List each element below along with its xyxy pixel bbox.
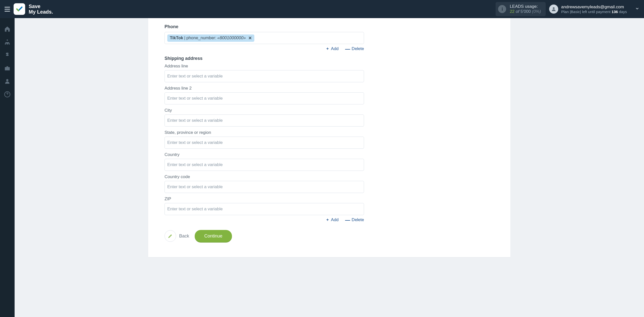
avatar-icon [549,5,558,14]
svg-point-0 [553,7,554,9]
form-card: Phone TikTok | phone_number: «8001000000… [148,18,510,257]
back-label: Back [179,233,189,239]
sidebar-nav [0,18,15,317]
brand-line1: Save [29,4,53,9]
dollar-icon[interactable] [4,52,11,58]
svg-point-1 [6,79,9,81]
leads-of: of [516,9,520,14]
address-line2-label: Address line 2 [165,86,494,91]
back-button[interactable]: Back [165,230,189,242]
state-input[interactable]: Enter text or select a variable [165,137,364,149]
leads-label: LEADS usage: [510,4,541,9]
chip-remove-icon[interactable]: ✕ [248,35,252,41]
account-menu[interactable]: andrewsavemyleads@gmail.com Plan |Basic|… [549,5,639,14]
country-label: Country [165,152,494,157]
chip-value: «8001000000» [217,35,246,41]
leads-usage-pill[interactable]: i LEADS usage: 22 of 5'000 (0%) [496,2,545,16]
phone-variable-chip[interactable]: TikTok | phone_number: «8001000000» ✕ [167,34,254,42]
user-icon[interactable] [4,78,11,85]
country-code-input[interactable]: Enter text or select a variable [165,181,364,193]
plus-icon: ＋ [326,46,330,51]
plus-icon: ＋ [326,217,330,222]
add-button[interactable]: ＋Add [326,217,339,222]
brand-name: Save My Leads. [29,4,53,15]
country-code-label: Country code [165,174,494,179]
shipping-header: Shipping address [165,56,494,61]
phone-label: Phone [165,24,494,29]
chip-field: phone_number: [186,35,216,41]
state-label: State, province or region [165,130,494,135]
info-icon: i [498,5,506,13]
app-logo[interactable] [14,3,25,15]
zip-label: ZIP [165,196,494,202]
sitemap-icon[interactable] [4,39,11,45]
address-line2-input[interactable]: Enter text or select a variable [165,92,364,104]
account-plan: Plan |Basic| left until payment 136 days [561,10,627,14]
pencil-icon [168,233,173,239]
zip-input[interactable]: Enter text or select a variable [165,203,364,215]
phone-field[interactable]: TikTok | phone_number: «8001000000» ✕ [165,32,364,44]
delete-button[interactable]: —Delete [345,217,364,222]
home-icon[interactable] [4,26,11,32]
add-button[interactable]: ＋Add [326,46,339,51]
address-line-label: Address line [165,64,494,69]
country-input[interactable]: Enter text or select a variable [165,159,364,171]
continue-button[interactable]: Continue [195,230,232,242]
leads-count: 22 [510,9,514,14]
city-label: City [165,108,494,113]
help-icon[interactable] [4,91,11,98]
chevron-down-icon[interactable] [635,6,639,12]
account-email: andrewsavemyleads@gmail.com [561,5,627,10]
briefcase-icon[interactable] [4,65,11,71]
leads-pct: (0%) [532,9,541,14]
brand-line2: My Leads. [29,9,53,15]
chip-source: TikTok [170,35,183,41]
city-input[interactable]: Enter text or select a variable [165,114,364,127]
leads-total: 5'000 [520,9,531,14]
hamburger-menu-icon[interactable] [5,7,10,12]
delete-button[interactable]: —Delete [345,46,364,51]
address-line-input[interactable]: Enter text or select a variable [165,70,364,82]
app-header: Save My Leads. i LEADS usage: 22 of 5'00… [0,0,644,18]
